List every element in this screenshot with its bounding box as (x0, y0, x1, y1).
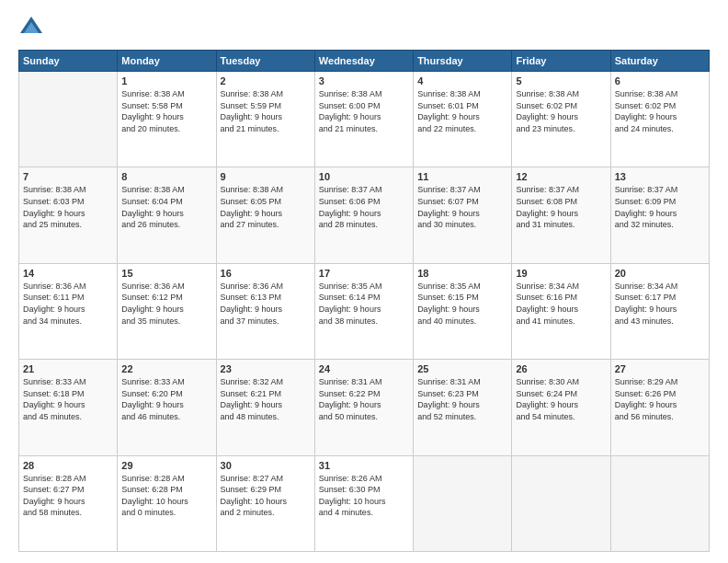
day-number: 9 (221, 171, 311, 182)
day-cell: 18Sunrise: 8:35 AM Sunset: 6:15 PM Dayli… (414, 263, 512, 359)
day-info: Sunrise: 8:31 AM Sunset: 6:23 PM Dayligh… (417, 376, 507, 422)
header-cell-thursday: Thursday (414, 51, 512, 72)
day-number: 4 (417, 75, 507, 86)
day-cell: 7Sunrise: 8:38 AM Sunset: 6:03 PM Daylig… (19, 167, 118, 263)
day-number: 13 (615, 171, 705, 182)
header-cell-tuesday: Tuesday (216, 51, 314, 72)
day-info: Sunrise: 8:36 AM Sunset: 6:12 PM Dayligh… (121, 281, 211, 327)
day-cell: 21Sunrise: 8:33 AM Sunset: 6:18 PM Dayli… (19, 360, 118, 455)
day-info: Sunrise: 8:37 AM Sunset: 6:07 PM Dayligh… (417, 184, 507, 230)
day-info: Sunrise: 8:34 AM Sunset: 6:16 PM Dayligh… (516, 281, 606, 327)
day-cell: 23Sunrise: 8:32 AM Sunset: 6:21 PM Dayli… (216, 360, 314, 455)
day-cell (610, 455, 709, 551)
day-info: Sunrise: 8:38 AM Sunset: 6:03 PM Dayligh… (23, 184, 113, 230)
day-number: 20 (615, 268, 705, 279)
week-row-3: 14Sunrise: 8:36 AM Sunset: 6:11 PM Dayli… (19, 263, 710, 359)
day-cell: 24Sunrise: 8:31 AM Sunset: 6:22 PM Dayli… (314, 360, 413, 455)
day-cell: 13Sunrise: 8:37 AM Sunset: 6:09 PM Dayli… (610, 167, 709, 263)
day-cell (414, 455, 512, 551)
day-info: Sunrise: 8:38 AM Sunset: 6:02 PM Dayligh… (615, 88, 705, 134)
day-number: 24 (319, 363, 409, 374)
day-info: Sunrise: 8:37 AM Sunset: 6:09 PM Dayligh… (615, 184, 705, 230)
day-number: 1 (121, 75, 211, 86)
day-number: 18 (417, 268, 507, 279)
day-cell: 20Sunrise: 8:34 AM Sunset: 6:17 PM Dayli… (610, 263, 709, 359)
day-number: 27 (615, 363, 705, 374)
day-number: 28 (23, 460, 113, 471)
day-cell: 25Sunrise: 8:31 AM Sunset: 6:23 PM Dayli… (414, 360, 512, 455)
week-row-1: 1Sunrise: 8:38 AM Sunset: 5:58 PM Daylig… (19, 72, 710, 167)
day-number: 17 (319, 268, 409, 279)
day-number: 7 (23, 171, 113, 182)
day-cell: 29Sunrise: 8:28 AM Sunset: 6:28 PM Dayli… (118, 455, 216, 551)
day-info: Sunrise: 8:32 AM Sunset: 6:21 PM Dayligh… (221, 376, 311, 422)
day-info: Sunrise: 8:33 AM Sunset: 6:20 PM Dayligh… (121, 376, 211, 422)
day-info: Sunrise: 8:28 AM Sunset: 6:28 PM Dayligh… (121, 473, 211, 519)
day-number: 29 (121, 460, 211, 471)
week-row-2: 7Sunrise: 8:38 AM Sunset: 6:03 PM Daylig… (19, 167, 710, 263)
day-number: 22 (121, 363, 211, 374)
day-info: Sunrise: 8:37 AM Sunset: 6:08 PM Dayligh… (516, 184, 606, 230)
day-cell: 3Sunrise: 8:38 AM Sunset: 6:00 PM Daylig… (314, 72, 413, 167)
day-cell: 15Sunrise: 8:36 AM Sunset: 6:12 PM Dayli… (118, 263, 216, 359)
day-cell: 31Sunrise: 8:26 AM Sunset: 6:30 PM Dayli… (314, 455, 413, 551)
day-number: 10 (319, 171, 409, 182)
day-info: Sunrise: 8:38 AM Sunset: 6:01 PM Dayligh… (417, 88, 507, 134)
day-cell: 19Sunrise: 8:34 AM Sunset: 6:16 PM Dayli… (512, 263, 610, 359)
day-cell: 6Sunrise: 8:38 AM Sunset: 6:02 PM Daylig… (610, 72, 709, 167)
header-cell-sunday: Sunday (19, 51, 118, 72)
day-number: 5 (516, 75, 606, 86)
day-cell: 8Sunrise: 8:38 AM Sunset: 6:04 PM Daylig… (118, 167, 216, 263)
day-number: 26 (516, 363, 606, 374)
day-cell: 11Sunrise: 8:37 AM Sunset: 6:07 PM Dayli… (414, 167, 512, 263)
day-info: Sunrise: 8:28 AM Sunset: 6:27 PM Dayligh… (23, 473, 113, 519)
header-cell-saturday: Saturday (610, 51, 709, 72)
day-number: 14 (23, 268, 113, 279)
day-cell: 22Sunrise: 8:33 AM Sunset: 6:20 PM Dayli… (118, 360, 216, 455)
day-number: 15 (121, 268, 211, 279)
day-info: Sunrise: 8:29 AM Sunset: 6:26 PM Dayligh… (615, 376, 705, 422)
day-info: Sunrise: 8:26 AM Sunset: 6:30 PM Dayligh… (319, 473, 409, 519)
day-number: 19 (516, 268, 606, 279)
logo (18, 15, 48, 40)
day-number: 30 (221, 460, 311, 471)
day-cell: 26Sunrise: 8:30 AM Sunset: 6:24 PM Dayli… (512, 360, 610, 455)
header-cell-monday: Monday (118, 51, 216, 72)
day-number: 3 (319, 75, 409, 86)
day-cell: 17Sunrise: 8:35 AM Sunset: 6:14 PM Dayli… (314, 263, 413, 359)
day-info: Sunrise: 8:35 AM Sunset: 6:15 PM Dayligh… (417, 281, 507, 327)
day-number: 11 (417, 171, 507, 182)
day-cell: 10Sunrise: 8:37 AM Sunset: 6:06 PM Dayli… (314, 167, 413, 263)
day-info: Sunrise: 8:38 AM Sunset: 6:00 PM Dayligh… (319, 88, 409, 134)
day-number: 25 (417, 363, 507, 374)
week-row-5: 28Sunrise: 8:28 AM Sunset: 6:27 PM Dayli… (19, 455, 710, 551)
calendar-table: SundayMondayTuesdayWednesdayThursdayFrid… (18, 50, 710, 552)
day-cell: 9Sunrise: 8:38 AM Sunset: 6:05 PM Daylig… (216, 167, 314, 263)
header-cell-friday: Friday (512, 51, 610, 72)
day-number: 16 (221, 268, 311, 279)
day-cell: 28Sunrise: 8:28 AM Sunset: 6:27 PM Dayli… (19, 455, 118, 551)
day-cell: 30Sunrise: 8:27 AM Sunset: 6:29 PM Dayli… (216, 455, 314, 551)
day-cell: 14Sunrise: 8:36 AM Sunset: 6:11 PM Dayli… (19, 263, 118, 359)
header-row: SundayMondayTuesdayWednesdayThursdayFrid… (19, 51, 710, 72)
day-cell: 12Sunrise: 8:37 AM Sunset: 6:08 PM Dayli… (512, 167, 610, 263)
header (18, 15, 710, 40)
day-number: 6 (615, 75, 705, 86)
day-info: Sunrise: 8:38 AM Sunset: 6:02 PM Dayligh… (516, 88, 606, 134)
header-cell-wednesday: Wednesday (314, 51, 413, 72)
day-cell: 5Sunrise: 8:38 AM Sunset: 6:02 PM Daylig… (512, 72, 610, 167)
day-cell: 27Sunrise: 8:29 AM Sunset: 6:26 PM Dayli… (610, 360, 709, 455)
day-info: Sunrise: 8:30 AM Sunset: 6:24 PM Dayligh… (516, 376, 606, 422)
day-cell: 2Sunrise: 8:38 AM Sunset: 5:59 PM Daylig… (216, 72, 314, 167)
day-info: Sunrise: 8:38 AM Sunset: 5:59 PM Dayligh… (221, 88, 311, 134)
day-cell: 1Sunrise: 8:38 AM Sunset: 5:58 PM Daylig… (118, 72, 216, 167)
day-info: Sunrise: 8:36 AM Sunset: 6:11 PM Dayligh… (23, 281, 113, 327)
day-info: Sunrise: 8:37 AM Sunset: 6:06 PM Dayligh… (319, 184, 409, 230)
day-number: 23 (221, 363, 311, 374)
day-info: Sunrise: 8:35 AM Sunset: 6:14 PM Dayligh… (319, 281, 409, 327)
day-number: 31 (319, 460, 409, 471)
day-number: 2 (221, 75, 311, 86)
day-info: Sunrise: 8:38 AM Sunset: 6:05 PM Dayligh… (221, 184, 311, 230)
logo-icon (18, 15, 44, 40)
day-info: Sunrise: 8:34 AM Sunset: 6:17 PM Dayligh… (615, 281, 705, 327)
